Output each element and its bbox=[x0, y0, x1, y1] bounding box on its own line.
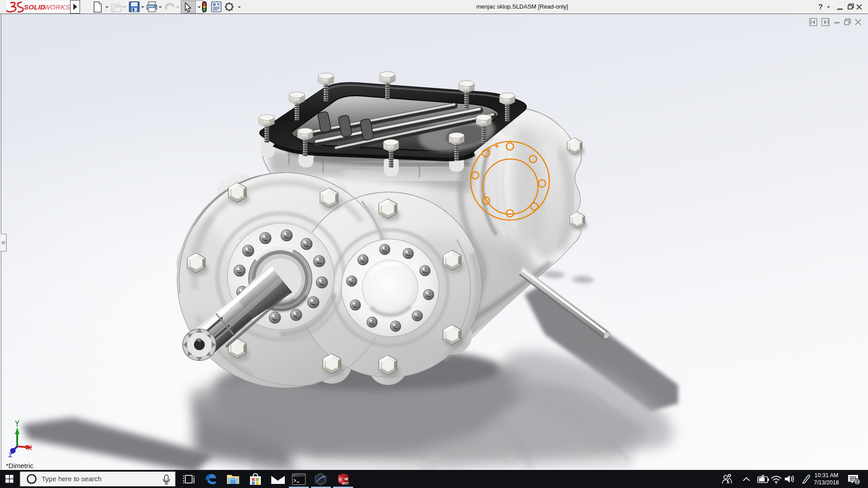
svg-text:2017: 2017 bbox=[342, 482, 349, 485]
svg-text:C:\_: C:\_ bbox=[293, 474, 300, 478]
svg-text:WORKS: WORKS bbox=[44, 3, 70, 11]
svg-text:2: 2 bbox=[856, 479, 859, 484]
svg-text:SOLID: SOLID bbox=[24, 3, 45, 11]
svg-text:?: ? bbox=[818, 3, 823, 11]
svg-text:W: W bbox=[344, 477, 349, 481]
svg-text:S: S bbox=[339, 477, 342, 482]
